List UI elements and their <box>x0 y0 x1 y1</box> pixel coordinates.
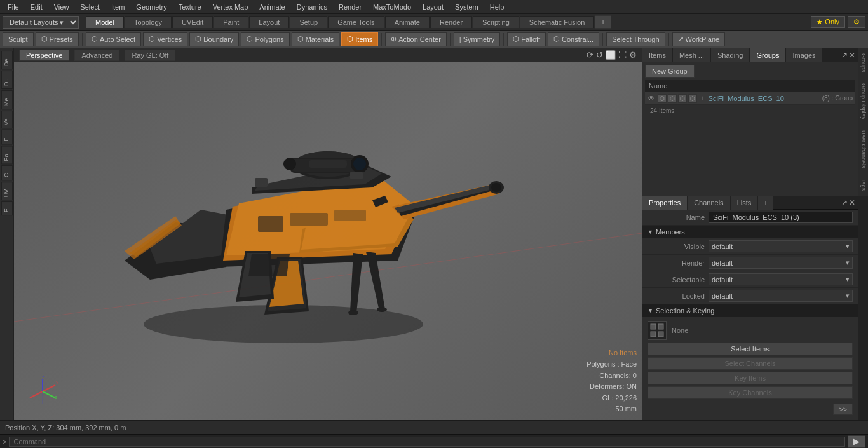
auto-select-button[interactable]: ⬡ Auto Select <box>86 32 141 46</box>
constraint-button[interactable]: ⬡ Constrai... <box>548 32 599 46</box>
props-tab-lists[interactable]: Lists <box>731 196 759 210</box>
tab-scripting[interactable]: Scripting <box>473 16 519 28</box>
sel-keying-section-header[interactable]: ▼ Selection & Keying <box>642 304 858 317</box>
menu-item-edit[interactable]: Edit <box>25 2 48 12</box>
menu-item-item[interactable]: Item <box>106 2 130 12</box>
sculpt-button[interactable]: Sculpt <box>3 32 34 46</box>
menu-item-animate[interactable]: Animate <box>254 2 290 12</box>
symmetry-button[interactable]: | Symmetry <box>454 32 500 46</box>
falloff-button[interactable]: ⬡ Falloff <box>507 32 546 46</box>
prop-visible-select[interactable]: default ▾ <box>709 240 853 252</box>
prop-selectable-select[interactable]: default ▾ <box>709 273 853 285</box>
tab-uvedit[interactable]: UVEdit <box>172 16 213 28</box>
viewport-tab-raygl[interactable]: Ray GL: Off <box>125 50 175 61</box>
menu-item-select[interactable]: Select <box>75 2 105 12</box>
menu-item-render[interactable]: Render <box>334 2 367 12</box>
right-tab-images[interactable]: Images <box>786 48 822 62</box>
layout-dropdown[interactable]: Default Layouts ▾ <box>3 16 79 29</box>
rvt-group-display[interactable]: Group Display <box>858 78 868 125</box>
viewport-tab-perspective[interactable]: Perspective <box>19 50 69 61</box>
menu-item-file[interactable]: File <box>3 2 24 12</box>
key-items-button[interactable]: Key Items <box>648 372 853 384</box>
presets-button[interactable]: ⬡ Presets <box>36 32 79 46</box>
right-tab-shading[interactable]: Shading <box>711 48 750 62</box>
viewport-settings-icon[interactable]: ⚙ <box>629 50 637 60</box>
polygons-button[interactable]: ⬡ Polygons <box>241 32 289 46</box>
props-tab-channels[interactable]: Channels <box>688 196 730 210</box>
new-group-button[interactable]: New Group <box>645 65 695 78</box>
tab-animate[interactable]: Animate <box>385 16 430 28</box>
materials-button[interactable]: ⬡ Materials <box>292 32 340 46</box>
rvt-tags[interactable]: Tags <box>858 173 868 196</box>
boundary-button[interactable]: ⬡ Boundary <box>189 32 239 46</box>
menu-item-layout[interactable]: Layout <box>417 2 449 12</box>
action-center-button[interactable]: ⊕ Action Center <box>385 32 447 46</box>
props-tab-plus[interactable]: + <box>758 196 773 210</box>
rvt-groups[interactable]: Groups <box>858 48 868 78</box>
settings-icon[interactable]: ⚙ <box>848 16 865 28</box>
star-only-button[interactable]: ★ Only <box>811 16 845 28</box>
tab-model[interactable]: Model <box>86 16 124 28</box>
group-icon-2[interactable]: ⬡ <box>668 94 677 103</box>
key-channels-button[interactable]: Key Channels <box>648 386 853 399</box>
menu-item-help[interactable]: Help <box>485 2 510 12</box>
right-panel-expand-icon[interactable]: ↗ <box>841 51 848 60</box>
expand-arrow-button[interactable]: >> <box>833 404 853 415</box>
menu-item-system[interactable]: System <box>450 2 484 12</box>
right-tab-items[interactable]: Items <box>642 48 673 62</box>
sidebar-tab-uv[interactable]: UV... <box>1 182 13 200</box>
right-tab-groups[interactable]: Groups <box>750 48 786 62</box>
sidebar-tab-e[interactable]: E... <box>1 130 13 145</box>
menu-item-geometry[interactable]: Geometry <box>131 2 172 12</box>
tab-topology[interactable]: Topology <box>125 16 172 28</box>
prop-name-input[interactable] <box>709 212 853 223</box>
tab-render[interactable]: Render <box>430 16 472 28</box>
menu-item-texture[interactable]: Texture <box>173 2 207 12</box>
sidebar-tab-po[interactable]: Po... <box>1 146 13 165</box>
prop-render-select[interactable]: default ▾ <box>709 257 853 269</box>
right-tab-mesh[interactable]: Mesh ... <box>673 48 711 62</box>
menu-item-dynamics[interactable]: Dynamics <box>292 2 332 12</box>
group-icon-4[interactable]: ⬡ <box>688 94 697 103</box>
prop-locked-select[interactable]: default ▾ <box>709 290 853 302</box>
select-through-button[interactable]: Select Through <box>606 32 665 46</box>
group-icon-3[interactable]: ⬡ <box>678 94 687 103</box>
group-add-icon[interactable]: + <box>700 93 705 103</box>
props-expand-icon[interactable]: ↗ <box>841 198 848 207</box>
menu-item-vertexmap[interactable]: Vertex Map <box>208 2 254 12</box>
tab-paint[interactable]: Paint <box>214 16 248 28</box>
sidebar-tab-du[interactable]: Du... <box>1 71 13 89</box>
menu-item-maxtomodo[interactable]: MaxToModo <box>368 2 416 12</box>
viewport-full-icon[interactable]: ⛶ <box>618 50 627 60</box>
tab-gametools[interactable]: Game Tools <box>328 16 384 28</box>
sidebar-tab-de[interactable]: De... <box>1 51 13 69</box>
select-items-button[interactable]: Select Items <box>648 343 853 355</box>
sidebar-tab-ve[interactable]: Ve... <box>1 111 13 128</box>
items-button[interactable]: ⬡ Items <box>341 32 378 46</box>
group-icon-1[interactable]: ⬡ <box>658 94 667 103</box>
viewport-orbit-icon[interactable]: ⟳ <box>587 50 593 60</box>
rvt-user-channels[interactable]: User Channels <box>858 125 868 174</box>
tab-plus-button[interactable]: + <box>595 15 611 29</box>
command-input[interactable] <box>9 437 845 447</box>
viewport-frame-icon[interactable]: ⬜ <box>606 50 616 60</box>
viewport-tab-advanced[interactable]: Advanced <box>74 50 119 61</box>
sidebar-tab-c[interactable]: C... <box>1 165 13 180</box>
tab-setup[interactable]: Setup <box>290 16 327 28</box>
tab-layout[interactable]: Layout <box>249 16 289 28</box>
sidebar-tab-me[interactable]: Me... <box>1 90 13 109</box>
menu-item-view[interactable]: View <box>49 2 74 12</box>
viewport-reset-icon[interactable]: ↺ <box>596 50 603 60</box>
workplane-button[interactable]: ↗ WorkPlane <box>672 32 726 46</box>
right-panel-close-icon[interactable]: ✕ <box>849 51 855 60</box>
tab-schematic-fusion[interactable]: Schematic Fusion <box>520 16 594 28</box>
viewport-canvas[interactable]: X Y Z No Items Polygons : Face Channels:… <box>14 62 642 420</box>
props-tab-properties[interactable]: Properties <box>642 196 688 210</box>
vertices-button[interactable]: ⬡ Vertices <box>143 32 187 46</box>
select-channels-button[interactable]: Select Channels <box>648 357 853 370</box>
group-visibility-icon[interactable]: 👁 <box>648 94 655 103</box>
command-execute-button[interactable]: ▶ <box>848 435 865 448</box>
viewport[interactable]: Perspective Advanced Ray GL: Off ⟳ ↺ ⬜ ⛶… <box>14 48 642 420</box>
sidebar-tab-f[interactable]: F... <box>1 201 13 215</box>
members-section-header[interactable]: ▼ Members <box>642 226 858 238</box>
